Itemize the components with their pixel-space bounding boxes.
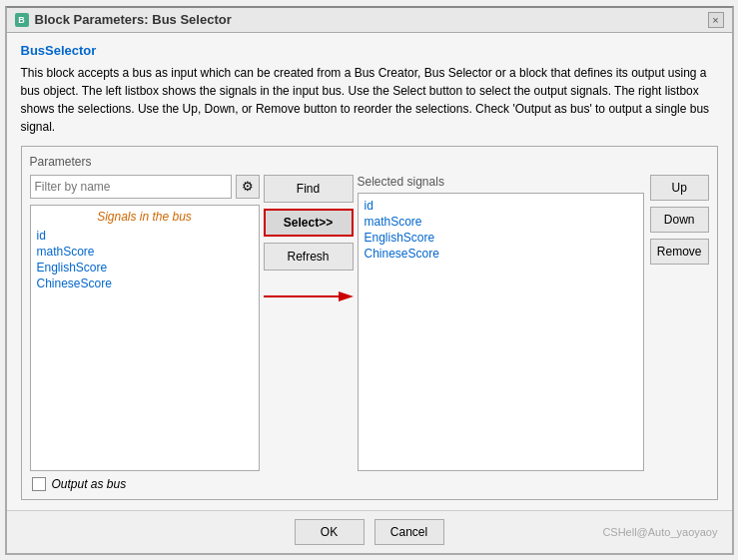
filter-row: ⚙ [30, 175, 260, 199]
list-item[interactable]: ChineseScore [35, 276, 255, 291]
output-as-bus-label: Output as bus [52, 477, 127, 491]
list-item[interactable]: mathScore [363, 214, 639, 230]
output-as-bus-row: Output as bus [30, 477, 709, 491]
close-button[interactable]: × [708, 12, 724, 28]
list-item[interactable]: mathScore [35, 244, 255, 260]
block-icon: B [15, 13, 29, 27]
dialog-content: BusSelector This block accepts a bus as … [7, 33, 732, 510]
find-button[interactable]: Find [264, 175, 354, 203]
list-item[interactable]: id [35, 228, 255, 244]
arrow-area [264, 286, 354, 309]
output-as-bus-checkbox[interactable] [32, 477, 46, 491]
settings-button[interactable]: ⚙ [236, 175, 260, 199]
up-button[interactable]: Up [650, 175, 709, 201]
description-text: This block accepts a bus as input which … [21, 64, 718, 136]
watermark-text: CSHell@Auto_yaoyaoy [602, 526, 717, 538]
list-item[interactable]: ChineseScore [363, 246, 639, 262]
title-bar: B Block Parameters: Bus Selector × [7, 8, 732, 33]
middle-panel: Find Select>> Refresh [264, 175, 354, 471]
list-item[interactable]: EnglishScore [363, 230, 639, 246]
action-buttons-panel: Up Down Remove [644, 175, 709, 471]
svg-marker-1 [339, 291, 354, 301]
right-section: Selected signals id mathScore EnglishSco… [358, 175, 709, 471]
signals-listbox[interactable]: Signals in the bus id mathScore EnglishS… [30, 205, 260, 471]
selected-signals-label: Selected signals [358, 175, 644, 189]
filter-input[interactable] [30, 175, 232, 199]
parameters-section: Parameters ⚙ Signals in the bus id mathS… [21, 146, 718, 500]
down-button[interactable]: Down [650, 207, 709, 233]
right-panel: Selected signals id mathScore EnglishSco… [358, 175, 644, 471]
remove-button[interactable]: Remove [650, 239, 709, 265]
dialog-title: Block Parameters: Bus Selector [35, 12, 702, 27]
cancel-button[interactable]: Cancel [374, 519, 444, 545]
dialog-footer: OK Cancel CSHell@Auto_yaoyaoy [7, 510, 732, 553]
block-name-label: BusSelector [21, 43, 718, 58]
select-arrow-icon [264, 286, 354, 306]
refresh-button[interactable]: Refresh [264, 243, 354, 271]
signals-header: Signals in the bus [35, 210, 255, 224]
select-button[interactable]: Select>> [264, 209, 354, 237]
dialog-window: B Block Parameters: Bus Selector × BusSe… [5, 6, 734, 555]
list-item[interactable]: EnglishScore [35, 260, 255, 276]
ok-button[interactable]: OK [295, 519, 365, 545]
parameters-label: Parameters [30, 155, 709, 169]
list-item[interactable]: id [363, 198, 639, 214]
params-content: ⚙ Signals in the bus id mathScore Englis… [30, 175, 709, 471]
left-panel: ⚙ Signals in the bus id mathScore Englis… [30, 175, 260, 471]
selected-signals-listbox[interactable]: id mathScore EnglishScore ChineseScore [358, 193, 644, 471]
